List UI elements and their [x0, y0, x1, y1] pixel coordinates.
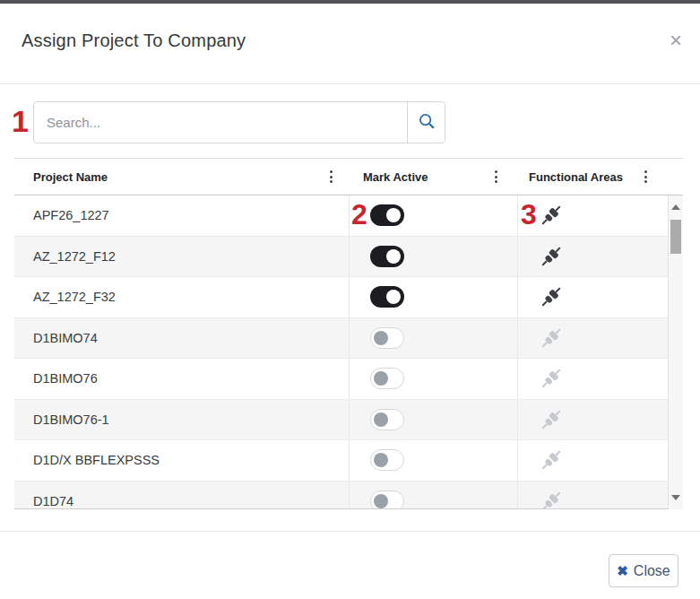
mark-active-cell: 2	[350, 195, 518, 236]
mark-active-cell	[350, 277, 518, 317]
table-row: D1BIMO76-1	[14, 400, 668, 441]
plug-icon[interactable]	[538, 488, 565, 509]
mark-active-toggle[interactable]	[370, 449, 404, 471]
table-row: D1BIMO76	[14, 359, 668, 400]
annotation-3: 3	[521, 200, 537, 229]
mark-active-cell	[350, 400, 518, 440]
table-row: D1D/X BBFLEXPSSS	[14, 440, 668, 482]
mark-active-toggle[interactable]	[370, 327, 404, 349]
annotation-1: 1	[12, 106, 29, 136]
close-button-label: Close	[634, 563, 670, 579]
project-name-cell: AZ_1272_F32	[14, 277, 350, 317]
mark-active-toggle[interactable]	[370, 286, 404, 308]
functional-areas-cell	[518, 318, 668, 359]
search-box	[33, 101, 445, 143]
search-input[interactable]	[34, 102, 407, 143]
functional-areas-cell	[518, 277, 668, 317]
column-label: Mark Active	[363, 170, 428, 184]
table-row: D1BIMO74	[14, 318, 668, 360]
mark-active-cell	[350, 359, 518, 399]
plug-icon[interactable]	[538, 406, 565, 433]
mark-active-cell	[350, 440, 518, 481]
table-header: Project Name Mark Active Functional Area…	[14, 158, 683, 195]
header-divider	[0, 83, 700, 84]
close-button[interactable]: ✖ Close	[609, 554, 678, 587]
assign-project-modal: Assign Project To Company × 1 Project Na…	[0, 0, 700, 599]
plug-icon[interactable]	[538, 365, 565, 392]
functional-areas-cell	[518, 482, 668, 510]
column-menu-icon[interactable]	[492, 167, 500, 187]
mark-active-toggle[interactable]	[370, 490, 404, 509]
search-icon	[417, 111, 436, 134]
plug-icon[interactable]	[538, 325, 565, 352]
functional-areas-cell	[518, 440, 668, 481]
table-body: APF26_1227 2 3 AZ_1272_F12	[14, 195, 668, 509]
plug-icon[interactable]	[538, 202, 565, 229]
mark-active-cell	[350, 237, 518, 277]
plug-icon[interactable]	[538, 283, 565, 310]
plug-icon[interactable]	[538, 447, 565, 473]
mark-active-toggle[interactable]	[370, 368, 404, 389]
page-title: Assign Project To Company	[22, 30, 246, 51]
functional-areas-cell	[518, 359, 668, 399]
column-header-mark-active: Mark Active	[350, 159, 518, 195]
column-header-functional-areas: Functional Areas	[518, 159, 668, 195]
plug-icon[interactable]	[538, 243, 565, 270]
column-menu-icon[interactable]	[327, 167, 335, 187]
mark-active-toggle[interactable]	[370, 204, 404, 226]
project-name-cell: D1BIMO76	[14, 359, 350, 399]
functional-areas-cell: 3	[518, 195, 668, 236]
modal-close-icon[interactable]: ×	[662, 27, 689, 54]
column-label: Functional Areas	[529, 170, 623, 184]
search-button[interactable]	[407, 102, 445, 143]
scrollbar-thumb[interactable]	[670, 220, 681, 254]
table-row: AZ_1272_F32	[14, 277, 668, 318]
functional-areas-cell	[518, 400, 668, 440]
table-row: AZ_1272_F12	[14, 237, 668, 278]
column-menu-icon[interactable]	[642, 167, 650, 187]
mark-active-toggle[interactable]	[370, 409, 404, 430]
page-top-edge	[0, 0, 700, 4]
project-name-cell: D1BIMO74	[14, 318, 350, 359]
scroll-down-icon[interactable]	[669, 491, 683, 504]
footer-divider	[0, 531, 700, 532]
functional-areas-cell	[518, 237, 668, 277]
project-name-cell: D1D74	[14, 482, 350, 510]
annotation-2: 2	[351, 200, 367, 229]
mark-active-cell	[350, 482, 518, 510]
table-row: D1D74	[14, 482, 668, 510]
column-header-project-name: Project Name	[14, 159, 350, 195]
table-scrollbar[interactable]	[668, 195, 683, 509]
project-name-cell: APF26_1227	[14, 195, 350, 236]
table-row: APF26_1227 2 3	[14, 195, 668, 237]
project-name-cell: D1D/X BBFLEXPSSS	[14, 440, 350, 481]
scroll-up-icon[interactable]	[669, 201, 683, 213]
mark-active-toggle[interactable]	[370, 246, 404, 267]
column-label: Project Name	[33, 170, 108, 184]
close-x-icon: ✖	[617, 564, 628, 577]
project-name-cell: AZ_1272_F12	[14, 237, 350, 277]
projects-table: Project Name Mark Active Functional Area…	[14, 158, 683, 509]
mark-active-cell	[350, 318, 518, 359]
project-name-cell: D1BIMO76-1	[14, 400, 350, 440]
